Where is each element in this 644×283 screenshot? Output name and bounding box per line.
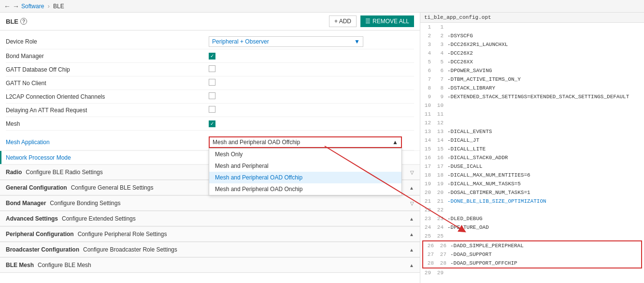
code-line: 2 2 -DSYSCFG [420, 31, 644, 40]
section-desc: Configure Extended Settings [62, 215, 136, 222]
line-num-outer: 17 [420, 163, 434, 170]
line-content: -DOAD_SUPPORT [450, 251, 641, 258]
line-num-inner: 19 [434, 180, 447, 188]
line-num-outer: 9 [420, 93, 434, 101]
line-num-inner: 8 [434, 84, 447, 92]
checkbox[interactable] [209, 79, 215, 86]
checkbox[interactable] [209, 53, 215, 60]
setting-control [209, 52, 414, 60]
code-line: 1 1 [420, 23, 644, 31]
dropdown-item[interactable]: Mesh and Peripheral OAD Onchip [209, 183, 401, 195]
line-content: -DONE_BLE_LIB_SIZE_OPTIMIZATION [447, 197, 644, 205]
setting-control [209, 92, 414, 101]
code-line: 14 14 -DICALL_JT [420, 136, 644, 145]
section-row-left: Bond Manager Configure Bonding Settings [6, 200, 120, 207]
chevron-up-icon: ▲ [409, 216, 414, 222]
section-title: Bond Manager [6, 200, 46, 207]
line-content: -DOSAL_CBTIMER_NUM_TASKS=1 [447, 189, 644, 196]
help-icon[interactable]: ? [20, 18, 27, 25]
remove-all-button[interactable]: ☰ REMOVE ALL [360, 15, 414, 27]
line-content: -DICALL_STACK0_ADDR [447, 154, 644, 162]
line-num-inner: 2 [434, 32, 447, 40]
setting-row: Bond Manager [6, 49, 414, 63]
remove-all-label: REMOVE ALL [372, 18, 409, 25]
section-row[interactable]: Broadcaster Configuration Configure Broa… [0, 242, 420, 257]
setting-label: L2CAP Connection Oriented Channels [6, 93, 209, 100]
dropdown-item[interactable]: Mesh Only [209, 149, 401, 160]
line-num-outer: 29 [420, 269, 434, 277]
main-container: BLE ? + ADD ☰ REMOVE ALL Device RolePeri… [0, 13, 644, 283]
setting-row: Device RolePeripheral + Observer▼ [6, 34, 414, 49]
line-content: -DPOWER_SAVING [447, 67, 644, 74]
dropdown-trigger[interactable]: Mesh and Peripheral OAD Offchip ▲ [209, 136, 402, 148]
chevron-up-icon: ▲ [409, 232, 414, 237]
code-line: 26 26 -DADD_SIMPLE_PERIPHERAL [423, 241, 641, 250]
chevron-down-icon: ▼ [354, 38, 360, 45]
line-num-outer: 21 [420, 197, 434, 205]
line-num-outer: 18 [420, 171, 434, 179]
code-file-header: ti_ble_app_config.opt [420, 13, 644, 23]
code-lines: 1 1 2 2 -DSYSCFG 3 3 -DCC26X2R1_LAUNCHXL… [420, 23, 644, 277]
mesh-app-label: Mesh Application [6, 139, 209, 146]
code-line: 5 5 -DCC26XX [420, 58, 644, 66]
code-line: 29 29 [420, 268, 644, 277]
back-button[interactable]: ← [4, 2, 11, 10]
chevron-up-icon: ▲ [392, 139, 398, 146]
setting-label: Mesh [6, 120, 209, 127]
checkbox[interactable] [209, 65, 215, 72]
remove-all-icon: ☰ [365, 18, 371, 25]
dropdown-item[interactable]: Mesh and Peripheral [209, 160, 401, 172]
section-row-left: General Configuration Configure General … [6, 184, 153, 191]
line-num-outer: 10 [420, 102, 434, 109]
chevron-down-icon: ▽ [410, 201, 414, 206]
left-panel: BLE ? + ADD ☰ REMOVE ALL Device RolePeri… [0, 13, 420, 283]
line-num-outer: 26 [423, 242, 437, 250]
checkbox[interactable] [209, 106, 215, 113]
section-desc: Configure BLE Mesh [38, 262, 91, 268]
section-row-left: Radio Configure BLE Radio Settings [6, 169, 103, 176]
line-num-inner: 18 [434, 171, 447, 179]
line-num-inner: 24 [434, 223, 447, 231]
setting-row: Mesh [6, 117, 414, 131]
line-num-outer: 5 [420, 58, 434, 66]
line-content: -DSYSCFG [447, 32, 644, 40]
line-num-outer: 1 [420, 23, 434, 31]
line-num-outer: 22 [420, 206, 434, 214]
line-num-inner: 22 [434, 206, 447, 214]
mesh-app-row: Mesh Application Mesh and Peripheral OAD… [0, 134, 420, 151]
chevron-up-icon: ▲ [409, 247, 414, 253]
line-content: -DTBM_ACTIVE_ITEMS_ON_Y [447, 75, 644, 83]
top-bar: ← → Software › BLE [0, 0, 644, 13]
panel-header: BLE ? + ADD ☰ REMOVE ALL [0, 13, 420, 30]
section-desc: Configure General BLE Settings [71, 184, 154, 191]
add-button[interactable]: + ADD [329, 15, 357, 27]
checkbox[interactable] [209, 120, 215, 127]
line-num-inner: 15 [434, 145, 447, 153]
forward-button[interactable]: → [13, 2, 19, 10]
line-num-inner: 20 [434, 189, 447, 196]
section-desc: Configure Peripheral Role Settings [78, 231, 167, 238]
setting-label: Device Role [6, 38, 209, 45]
section-row[interactable]: Bond Manager Configure Bonding Settings … [0, 195, 420, 211]
line-num-outer: 7 [420, 75, 434, 83]
section-row[interactable]: Peripheral Configuration Configure Perip… [0, 226, 420, 242]
line-num-inner: 4 [434, 49, 447, 57]
ble-title: BLE [6, 18, 18, 25]
breadcrumb-software[interactable]: Software [21, 3, 44, 10]
line-num-outer: 19 [420, 180, 434, 188]
line-content: -DLED_DEBUG [447, 215, 644, 223]
line-num-inner: 14 [434, 136, 447, 144]
code-line: 9 9 -DEXTENDED_STACK_SETTINGS=EXTENDED_S… [420, 92, 644, 101]
code-line: 11 11 [420, 110, 644, 119]
mesh-app-dropdown[interactable]: Mesh and Peripheral OAD Offchip ▲ Mesh O… [209, 136, 402, 148]
section-row[interactable]: BLE Mesh Configure BLE Mesh ▲ [0, 257, 420, 273]
code-line: 19 19 -DICALL_MAX_NUM_TASKS=5 [420, 179, 644, 188]
section-row[interactable]: Advanced Settings Configure Extended Set… [0, 211, 420, 226]
code-line: 28 28 -DOAD_SUPPORT_OFFCHIP [423, 259, 641, 268]
setting-row: Delaying An ATT Read Request [6, 104, 414, 117]
dropdown-item[interactable]: Mesh and Peripheral OAD Offchip [209, 172, 401, 183]
device-role-select[interactable]: Peripheral + Observer▼ [209, 36, 363, 47]
code-line: 3 3 -DCC26X2R1_LAUNCHXL [420, 40, 644, 49]
checkbox[interactable] [209, 92, 215, 99]
code-line: 6 6 -DPOWER_SAVING [420, 66, 644, 75]
